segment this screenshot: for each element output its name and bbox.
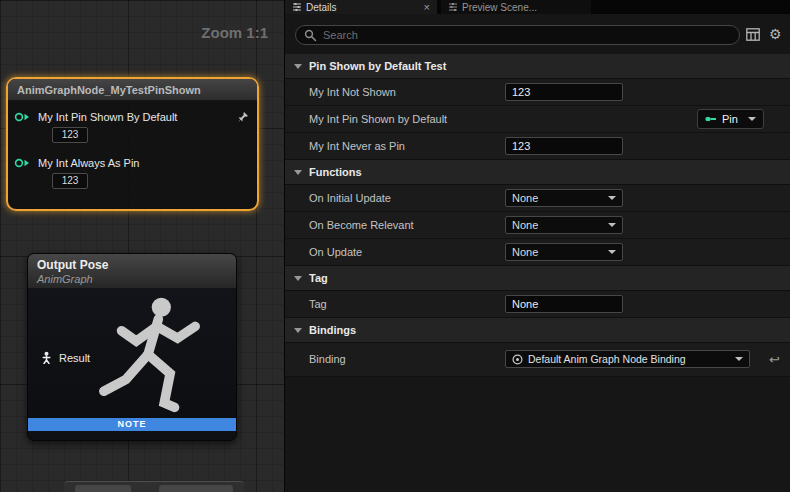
result-pin[interactable]: Result xyxy=(40,351,90,364)
row-on-update: On Update None xyxy=(285,239,790,266)
node-header[interactable]: Output Pose AnimGraph xyxy=(28,254,236,289)
section-tag[interactable]: Tag xyxy=(285,266,790,291)
reset-to-default-icon[interactable]: ↩ xyxy=(769,352,780,368)
selected-value: None xyxy=(512,246,538,258)
unreal-editor-window: Zoom 1:1 AnimGraphNode_MyTestPinShown My… xyxy=(0,0,790,492)
pin-label: My Int Always As Pin xyxy=(38,157,139,169)
details-tab-icon xyxy=(292,2,302,12)
result-pin-label: Result xyxy=(59,352,90,364)
property-label: On Update xyxy=(309,239,362,265)
partial-node-header[interactable] xyxy=(75,485,131,492)
chevron-down-icon xyxy=(294,64,302,69)
function-select[interactable]: None xyxy=(505,243,623,261)
details-panel: Details × Preview Scene... ⚙ xyxy=(285,0,790,492)
property-label: Binding xyxy=(309,343,346,376)
pushpin-icon[interactable] xyxy=(237,111,249,123)
row-my-int-pin-shown-by-default: My Int Pin Shown by Default Pin xyxy=(285,106,790,133)
tab-details[interactable]: Details × xyxy=(285,0,437,14)
property-label: Tag xyxy=(309,291,327,317)
search-input[interactable] xyxy=(323,29,731,41)
pin-label: My Int Pin Shown By Default xyxy=(38,111,177,123)
pin-button-label: Pin xyxy=(722,113,738,125)
mannequin-figure xyxy=(76,291,226,431)
node-title[interactable]: AnimGraphNode_MyTestPinShown xyxy=(8,79,257,101)
property-label: My Int Pin Shown by Default xyxy=(309,106,447,132)
settings-gear-icon[interactable]: ⚙ xyxy=(769,27,782,41)
section-title: Tag xyxy=(309,272,328,284)
section-bindings[interactable]: Bindings xyxy=(285,318,790,343)
note-bar: NOTE xyxy=(28,418,236,431)
chevron-down-icon xyxy=(748,117,756,121)
node-title: Output Pose xyxy=(37,258,227,272)
int-pin-icon[interactable] xyxy=(14,158,30,168)
property-label: On Initial Update xyxy=(309,185,391,211)
selected-binding: Default Anim Graph Node Binding xyxy=(528,353,735,365)
chevron-down-icon xyxy=(294,328,302,333)
row-tag: Tag xyxy=(285,291,790,318)
function-select[interactable]: None xyxy=(505,189,623,207)
zoom-level-label: Zoom 1:1 xyxy=(201,24,268,41)
node-animgraphnode-mytestpinshown[interactable]: AnimGraphNode_MyTestPinShown My Int Pin … xyxy=(6,77,259,211)
chevron-down-icon xyxy=(608,223,616,227)
pin-icon xyxy=(705,114,717,124)
pin-dropdown-button[interactable]: Pin xyxy=(697,109,764,129)
tab-details-label: Details xyxy=(306,2,337,13)
node-subtitle: AnimGraph xyxy=(37,273,227,285)
row-on-initial-update: On Initial Update None xyxy=(285,185,790,212)
chevron-down-icon xyxy=(608,250,616,254)
function-select[interactable]: None xyxy=(505,216,623,234)
row-my-int-not-shown: My Int Not Shown xyxy=(285,79,790,106)
pin-value-field[interactable]: 123 xyxy=(52,173,88,189)
partial-node-header[interactable] xyxy=(159,485,233,492)
selected-value: None xyxy=(512,219,538,231)
pin-value-field[interactable]: 123 xyxy=(52,127,88,143)
int-value-input[interactable] xyxy=(505,137,623,155)
int-value-input[interactable] xyxy=(505,83,623,101)
close-tab-icon[interactable]: × xyxy=(424,2,430,12)
panel-tab-bar: Details × Preview Scene... xyxy=(285,0,790,14)
property-label: My Int Not Shown xyxy=(309,79,396,105)
selected-value: None xyxy=(512,192,538,204)
preview-scene-tab-icon xyxy=(448,2,458,12)
display-filter-icon[interactable] xyxy=(746,28,760,41)
tab-preview-scene[interactable]: Preview Scene... xyxy=(441,0,591,14)
chevron-down-icon xyxy=(294,276,302,281)
search-icon xyxy=(304,29,317,42)
node-body: Result NOTE xyxy=(28,289,236,431)
int-pin-icon[interactable] xyxy=(14,112,30,122)
section-title: Bindings xyxy=(309,324,356,336)
chevron-down-icon xyxy=(735,357,743,361)
section-title: Pin Shown by Default Test xyxy=(309,60,446,72)
anim-graph-canvas[interactable]: Zoom 1:1 AnimGraphNode_MyTestPinShown My… xyxy=(0,0,285,492)
search-bar[interactable] xyxy=(295,25,740,45)
binding-dropdown[interactable]: Default Anim Graph Node Binding xyxy=(505,350,750,368)
property-label: On Become Relevant xyxy=(309,212,414,238)
row-on-become-relevant: On Become Relevant None xyxy=(285,212,790,239)
chevron-down-icon xyxy=(294,170,302,175)
node-output-pose[interactable]: Output Pose AnimGraph xyxy=(27,253,237,441)
row-binding: Binding Default Anim Graph Node Binding … xyxy=(285,343,790,377)
tab-preview-scene-label: Preview Scene... xyxy=(462,2,537,13)
section-pin-shown-by-default-test[interactable]: Pin Shown by Default Test xyxy=(285,54,790,79)
tag-input[interactable] xyxy=(505,295,623,313)
chevron-down-icon xyxy=(608,196,616,200)
section-functions[interactable]: Functions xyxy=(285,160,790,185)
row-my-int-never-as-pin: My Int Never as Pin xyxy=(285,133,790,160)
pose-pin-icon xyxy=(40,351,53,364)
section-title: Functions xyxy=(309,166,362,178)
binding-icon xyxy=(512,354,523,365)
property-label: My Int Never as Pin xyxy=(309,133,405,159)
